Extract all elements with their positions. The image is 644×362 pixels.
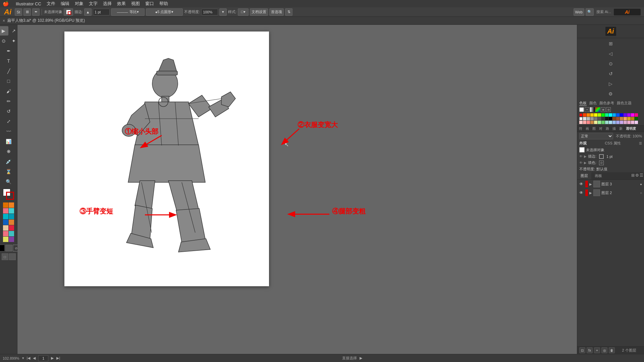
swatch-12[interactable] [9,231,14,236]
pc-8[interactable] [605,113,608,117]
palette-tab-swatches[interactable]: 色板 [579,101,587,106]
palette-tab-color[interactable]: 颜色 [589,101,597,106]
menu-window[interactable]: 窗口 [145,1,154,7]
swatch-1[interactable] [3,202,8,208]
tab-tu[interactable]: 图 [591,126,597,132]
layers-make-mask[interactable]: ⊡ [579,347,585,353]
tab-miao[interactable]: 描 [611,126,618,132]
palette-icon-rainbow[interactable] [595,107,600,112]
magic-wand-tool[interactable]: ✦ [9,36,18,46]
layers-new-icon[interactable]: ⊞ [631,173,635,179]
search-button[interactable]: 🔍 [586,8,594,16]
eyedropper-tool[interactable]: 💉 [4,157,13,166]
fill-color-chip[interactable]: ⊘ [599,161,604,165]
eye-icon-fill[interactable]: 👁 [579,161,583,165]
swatch-5[interactable] [3,214,8,219]
pc-24[interactable] [605,117,608,120]
panel-icon-4[interactable]: ↺ [607,70,615,78]
layer-3-visibility[interactable]: 👁 [579,182,584,186]
line-style-dropdown[interactable]: ———等比▾ [111,8,145,16]
palette-tab-ref[interactable]: 颜色参考 [599,101,614,106]
menu-illustrator[interactable]: Illustrator CC [16,1,41,6]
swatch-3[interactable] [3,208,8,214]
palette-icon-white[interactable] [579,107,584,112]
layers-tab-artboards[interactable]: 画板 [591,172,605,179]
menu-effect[interactable]: 效果 [117,1,126,7]
pc-15[interactable] [631,113,634,117]
blend-tool[interactable]: ⌛ [4,167,13,176]
swatch-7[interactable] [3,220,8,225]
pc-21[interactable] [594,117,597,120]
gray-mode-btn[interactable] [5,245,12,251]
layers-tab-layers[interactable]: 图层 [577,172,591,179]
pc-6[interactable] [598,113,601,117]
swatch-6[interactable] [9,214,14,219]
pen-tool[interactable]: ✒ [4,46,13,56]
pc-16[interactable] [635,113,638,117]
swatch-9[interactable] [3,225,8,231]
pc-26[interactable] [612,117,616,120]
swatch-10[interactable] [9,225,14,231]
menu-view[interactable]: 视图 [131,1,140,7]
pc-14[interactable] [627,113,631,117]
eye-icon-stroke[interactable]: 👁 [579,155,583,158]
page-input[interactable] [38,355,48,361]
pc2-1[interactable] [579,121,583,124]
pencil-tool[interactable]: ✏ [4,97,13,106]
scale-tool[interactable]: ⤢ [4,117,13,126]
layer-row-2[interactable]: 👁 ▶ 图层 2 ○ [577,188,644,197]
line-tool[interactable]: ╱ [4,66,13,76]
web-dropdown[interactable]: Web [574,8,584,16]
swatch-4[interactable] [9,208,14,214]
pc2-12[interactable] [620,121,623,124]
appearance-menu-btn[interactable]: ☰ [639,141,642,145]
palette-tab-theme[interactable]: 颜色主题 [617,101,632,106]
fill-stroke-toggle[interactable] [64,8,73,16]
swatch-8[interactable] [9,220,14,225]
pc2-14[interactable] [627,121,631,124]
rect-tool[interactable]: □ [4,76,13,86]
pc-2[interactable] [583,113,586,117]
symbol-tool[interactable]: ❋ [4,147,13,156]
layer-2-expand[interactable]: ▶ [589,191,592,195]
panel-icon-1[interactable]: ⊞ [607,40,615,48]
panel-icon-6[interactable]: ⚙ [607,90,615,98]
pc-19[interactable] [587,117,590,120]
menu-object[interactable]: 对象 [75,1,84,7]
graph-tool[interactable]: 📊 [4,137,13,146]
menu-file[interactable]: 文件 [47,1,55,7]
shape-dropdown[interactable]: ● 5 点圆形 ▾ [146,8,183,16]
blend-mode-select[interactable]: 正常 [579,133,613,139]
apple-menu[interactable]: 🍎 [3,1,9,7]
palette-icon-tag[interactable]: ⊟ [606,107,611,112]
opacity-input[interactable] [201,9,218,15]
pc-13[interactable] [624,113,627,117]
palette-icon-x[interactable]: ✕ [585,107,589,112]
pc-white[interactable] [579,117,583,120]
pc-red[interactable] [579,113,583,117]
layers-options-icon[interactable]: ⚙ [635,173,639,179]
stroke-swatch[interactable] [6,192,14,200]
nav-next-next[interactable]: ▶| [56,356,60,360]
panel-icon-5[interactable]: ▷ [607,80,615,88]
layers-visibility[interactable]: ◎ [601,347,607,353]
pc-5[interactable] [594,113,597,117]
brush-tool[interactable]: 🖌 [4,86,13,96]
canvas-area[interactable]: ①缩小头部 ②衣服变宽大 ③手臂变短 ④腿部变粗 ↖ [17,25,577,354]
pc-29[interactable] [624,117,627,120]
screen-mode-btn[interactable]: □ [2,253,8,260]
pc-31[interactable] [631,117,634,120]
pc-12[interactable] [620,113,623,117]
pc2-11[interactable] [616,121,620,124]
pc-28[interactable] [620,117,623,120]
layer-2-visibility[interactable]: 👁 [579,190,584,195]
menu-text[interactable]: 文字 [89,1,98,7]
pc2-2[interactable] [583,121,586,124]
stroke-value-input[interactable] [93,9,110,15]
swatch-14[interactable] [9,237,14,242]
menu-select[interactable]: 选择 [103,1,112,7]
pc-23[interactable] [601,117,605,120]
tab-hua[interactable]: 画 [584,126,591,132]
swatch-13[interactable] [3,237,8,242]
menu-edit[interactable]: 编辑 [61,1,69,7]
